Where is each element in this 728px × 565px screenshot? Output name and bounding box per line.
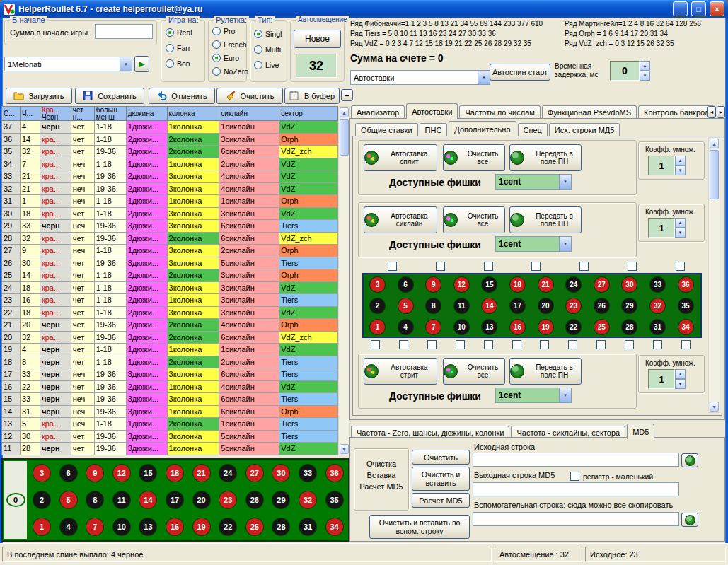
dropdown-arrow-icon[interactable]: ▼	[559, 237, 571, 251]
preset-dropdown[interactable]: 1Melonati ▼	[4, 57, 132, 71]
autobet-split-button[interactable]: Автоставка сплит	[364, 144, 437, 171]
board-number-8[interactable]: 8	[426, 298, 441, 313]
board-number-8[interactable]: 8	[86, 491, 103, 508]
radio-multi[interactable]: Multi	[254, 45, 281, 54]
save-button[interactable]: Сохранить	[75, 88, 144, 104]
autobet-sixline-button[interactable]: Автоставка сиклайн	[364, 206, 437, 233]
board-number-23[interactable]: 23	[219, 491, 236, 508]
board-number-26[interactable]: 26	[246, 491, 263, 508]
board-number-11[interactable]: 11	[454, 298, 469, 313]
coef-spinner[interactable]: 1 ▲ ▼	[648, 218, 686, 238]
board-number-31[interactable]: 31	[650, 320, 665, 334]
board-number-19[interactable]: 19	[193, 518, 210, 535]
radio-fan[interactable]: Fan	[166, 44, 190, 52]
spin-down-icon[interactable]: ▼	[675, 379, 686, 389]
start-sum-input[interactable]	[95, 24, 153, 39]
bet-checkbox[interactable]	[625, 340, 634, 349]
board-number-24[interactable]: 24	[219, 465, 236, 482]
board-number-14[interactable]: 14	[482, 298, 497, 313]
bet-checkbox[interactable]	[512, 340, 521, 349]
md5-aux-input[interactable]	[473, 512, 679, 526]
register-checkbox[interactable]	[570, 472, 579, 481]
spin-row[interactable]: 194чернчет1-181дюжи...1колонка1сиклайнVd…	[2, 344, 338, 356]
spin-up-icon[interactable]: ▲	[675, 156, 686, 165]
radio-singl[interactable]: Singl	[254, 30, 282, 38]
board-number-22[interactable]: 22	[219, 518, 236, 535]
board-number-30[interactable]: 30	[622, 277, 637, 292]
spin-row[interactable]: 279кра...неч1-181дюжи...3колонка2сиклайн…	[2, 245, 338, 257]
spin-row[interactable]: 3221кра...неч19-362дюжи...3колонка4сикла…	[2, 183, 338, 196]
board-number-13[interactable]: 13	[482, 320, 497, 334]
board-number-24[interactable]: 24	[566, 277, 581, 292]
dropdown-arrow-icon[interactable]: ▼	[559, 388, 571, 402]
tab-scroll-right-icon[interactable]: ►	[717, 106, 725, 118]
panel-scrollbar[interactable]: ▲ ▼	[708, 137, 720, 413]
board-number-36[interactable]: 36	[678, 277, 693, 292]
bet-checkbox[interactable]	[579, 262, 589, 271]
scroll-up-icon[interactable]: ▲	[340, 107, 349, 117]
md5-aux-go-button[interactable]	[681, 513, 698, 527]
autobets-dropdown[interactable]: Автоставки ▼	[350, 70, 490, 85]
board-number-1[interactable]: 1	[370, 320, 385, 334]
board-number-28[interactable]: 28	[272, 518, 289, 535]
bet-checkbox[interactable]	[628, 262, 637, 271]
scroll-up-icon[interactable]: ▲	[710, 139, 719, 148]
board-number-32[interactable]: 32	[650, 298, 665, 313]
clear-button[interactable]: Очистить	[216, 88, 283, 104]
board-number-31[interactable]: 31	[299, 518, 316, 535]
clear-all-button[interactable]: Очистить все	[443, 144, 505, 171]
spin-row[interactable]: 1230кра...чет19-363дюжи...3колонка5сикла…	[2, 431, 338, 443]
board-number-29[interactable]: 29	[622, 298, 637, 313]
board-number-36[interactable]: 36	[326, 465, 343, 482]
tab-general-bets[interactable]: Общие ставки	[355, 123, 418, 136]
spin-up-icon[interactable]: ▲	[640, 61, 650, 71]
close-button[interactable]: ×	[710, 1, 724, 16]
board-number-19[interactable]: 19	[538, 320, 553, 334]
board-number-9[interactable]: 9	[426, 277, 441, 292]
tab-md5[interactable]: MD5	[627, 424, 654, 439]
scroll-thumb[interactable]	[710, 150, 719, 199]
md5-clear-paste-button[interactable]: Очистить и вставить	[412, 467, 470, 491]
spin-table[interactable]: 374чернчет1-181дюжи...1колонка1сиклайнVd…	[1, 121, 338, 455]
bet-checkbox[interactable]	[676, 262, 685, 271]
bet-checkbox[interactable]	[531, 262, 541, 271]
board-number-17[interactable]: 17	[166, 491, 183, 508]
transfer-pn-button[interactable]: Передать в поле ПН	[509, 144, 582, 171]
dropdown-arrow-icon[interactable]: ▼	[478, 71, 490, 84]
undo-button[interactable]: Отменить	[149, 88, 215, 104]
tab-analyzer[interactable]: Анализатор	[351, 105, 405, 119]
bet-checkbox[interactable]	[388, 262, 397, 271]
board-number-29[interactable]: 29	[272, 491, 289, 508]
tab-pns[interactable]: ПНС	[420, 123, 448, 136]
board-number-14[interactable]: 14	[139, 491, 156, 508]
zero-cell[interactable]: 0	[4, 461, 27, 539]
board-number-25[interactable]: 25	[246, 518, 263, 535]
radio-french[interactable]: French	[212, 40, 247, 49]
spin-row[interactable]: 1733черннеч19-363дюжи...3колонка6сиклайн…	[2, 368, 338, 381]
board-number-23[interactable]: 23	[566, 298, 581, 313]
board-number-5[interactable]: 5	[60, 491, 77, 508]
board-number-21[interactable]: 21	[538, 277, 553, 292]
bet-checkbox[interactable]	[436, 262, 445, 271]
board-number-6[interactable]: 6	[60, 465, 77, 482]
bet-checkbox[interactable]	[596, 340, 606, 349]
radio-pro[interactable]: Pro	[212, 27, 235, 35]
board-number-10[interactable]: 10	[454, 320, 469, 334]
board-number-15[interactable]: 15	[139, 465, 156, 482]
bet-checkbox[interactable]	[456, 340, 465, 349]
board-number-33[interactable]: 33	[650, 277, 665, 292]
scroll-down-icon[interactable]: ▼	[340, 444, 349, 454]
bet-checkbox[interactable]	[484, 340, 493, 349]
spin-row[interactable]: 3321кра...неч19-362дюжи...3колонка4сикла…	[2, 170, 338, 183]
bet-checkbox[interactable]	[653, 340, 662, 349]
coef-spinner[interactable]: 1 ▲ ▼	[648, 156, 686, 175]
dropdown-arrow-icon[interactable]: ▼	[559, 175, 571, 189]
tab-scroll-left-icon[interactable]: ◄	[707, 106, 716, 118]
spin-row[interactable]: 2032кра...чет19-363дюжи...2колонка6сикла…	[2, 332, 338, 344]
maximize-button[interactable]: □	[691, 1, 706, 16]
radio-real[interactable]: Real	[166, 28, 192, 37]
board-number-18[interactable]: 18	[510, 277, 525, 292]
dropdown-arrow-icon[interactable]: ▼	[120, 57, 132, 71]
board-number-12[interactable]: 12	[113, 465, 130, 482]
transfer-pn-button[interactable]: Передать в поле ПН	[509, 358, 582, 385]
